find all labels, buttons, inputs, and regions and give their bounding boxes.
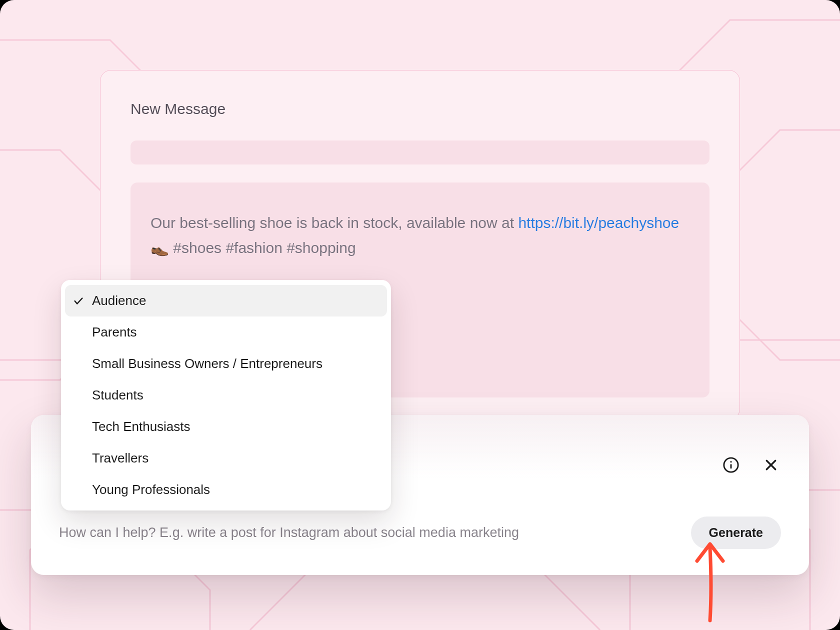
prompt-panel-actions [721,455,781,475]
generate-button[interactable]: Generate [691,516,781,549]
prompt-row: Generate [59,516,781,549]
svg-point-2 [730,461,732,462]
info-icon[interactable] [721,455,741,475]
dropdown-item-label: Parents [92,324,137,340]
composer-toolbar-placeholder [130,140,710,164]
dropdown-item-audience[interactable]: Audience [65,285,387,316]
dropdown-item-label: Travellers [92,450,148,466]
shoe-emoji: 👞 [150,240,169,256]
dropdown-item-label: Young Professionals [92,482,210,498]
dropdown-item-tech-enthusiasts[interactable]: Tech Enthusiasts [61,411,391,442]
prompt-input[interactable] [59,517,676,549]
app-frame: New Message Our best-selling shoe is bac… [0,0,840,630]
dropdown-item-students[interactable]: Students [61,380,391,411]
dropdown-item-parents[interactable]: Parents [61,316,391,348]
composer-body-text: Our best-selling shoe is back in stock, … [150,214,518,231]
dropdown-item-small-business-owners[interactable]: Small Business Owners / Entrepreneurs [61,348,391,380]
dropdown-item-label: Tech Enthusiasts [92,419,190,434]
composer-title: New Message [130,100,710,118]
composer-text: Our best-selling shoe is back in stock, … [150,210,690,260]
audience-dropdown[interactable]: Audience Parents Small Business Owners /… [61,280,391,510]
close-icon[interactable] [761,455,781,475]
dropdown-item-label: Small Business Owners / Entrepreneurs [92,356,322,372]
dropdown-item-travellers[interactable]: Travellers [61,442,391,474]
dropdown-item-label: Audience [92,293,146,308]
composer-hashtags: #shoes #fashion #shopping [169,240,356,256]
dropdown-item-young-professionals[interactable]: Young Professionals [61,474,391,506]
check-icon [72,294,85,308]
composer-link[interactable]: https://bit.ly/peachyshoe [518,214,679,231]
dropdown-item-label: Students [92,388,144,403]
